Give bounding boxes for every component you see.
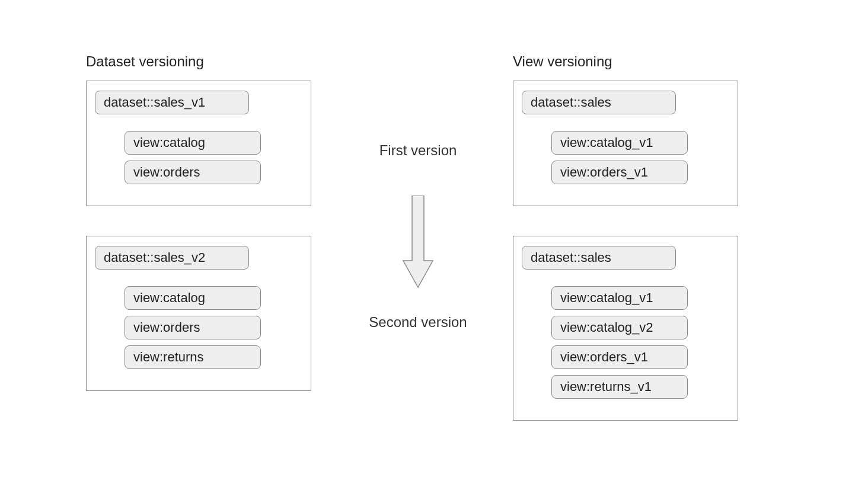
- right-panel-v1: dataset::sales view:catalog_v1 view:orde…: [513, 81, 738, 206]
- left-heading: Dataset versioning: [86, 53, 311, 70]
- view-pill: view:catalog_v2: [551, 316, 688, 339]
- right-heading: View versioning: [513, 53, 738, 70]
- dataset-pill: dataset::sales_v1: [95, 91, 249, 114]
- down-arrow-icon: [400, 195, 436, 293]
- dataset-pill: dataset::sales_v2: [95, 246, 249, 270]
- left-panel-v1: dataset::sales_v1 view:catalog view:orde…: [86, 81, 311, 206]
- view-pill: view:catalog: [125, 286, 261, 310]
- first-version-label: First version: [323, 142, 513, 159]
- dataset-pill: dataset::sales: [522, 91, 676, 114]
- dataset-versioning-column: Dataset versioning dataset::sales_v1 vie…: [86, 53, 311, 421]
- view-pill: view:catalog_v1: [551, 286, 688, 310]
- dataset-pill: dataset::sales: [522, 246, 676, 270]
- view-pill: view:orders_v1: [551, 161, 688, 184]
- view-pill: view:orders: [125, 161, 261, 184]
- view-pill: view:orders: [125, 316, 261, 339]
- view-pill: view:returns: [125, 345, 261, 369]
- second-version-label: Second version: [323, 314, 513, 331]
- right-panel-v2: dataset::sales view:catalog_v1 view:cata…: [513, 236, 738, 421]
- view-pill: view:catalog_v1: [551, 131, 688, 155]
- view-pill: view:returns_v1: [551, 375, 688, 399]
- left-panel-v2: dataset::sales_v2 view:catalog view:orde…: [86, 236, 311, 391]
- view-pill: view:catalog: [125, 131, 261, 155]
- view-versioning-column: View versioning dataset::sales view:cata…: [513, 53, 738, 450]
- view-pill: view:orders_v1: [551, 345, 688, 369]
